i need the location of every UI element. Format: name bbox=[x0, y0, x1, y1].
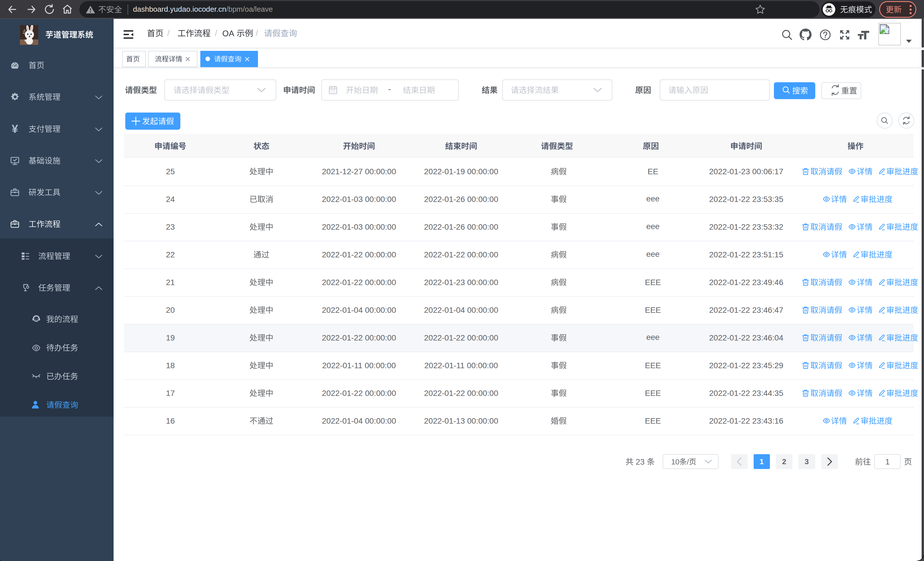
svg-text:2022-01-04 00:00:00: 2022-01-04 00:00:00 bbox=[322, 305, 396, 314]
svg-text:2022-01-03 00:00:00: 2022-01-03 00:00:00 bbox=[322, 195, 396, 204]
svg-text:eee: eee bbox=[646, 333, 660, 341]
svg-text:2022-01-23 00:06:17: 2022-01-23 00:06:17 bbox=[709, 167, 783, 176]
svg-text:eee: eee bbox=[646, 194, 660, 203]
svg-text:eee: eee bbox=[646, 222, 660, 231]
svg-text:24: 24 bbox=[166, 195, 175, 204]
svg-text:2021-12-27 00:00:00: 2021-12-27 00:00:00 bbox=[322, 167, 396, 176]
svg-text:2022-01-22 00:00:00: 2022-01-22 00:00:00 bbox=[424, 250, 498, 259]
svg-text:19: 19 bbox=[166, 333, 175, 342]
svg-text:18: 18 bbox=[166, 361, 175, 370]
svg-text:2022-01-22 23:51:15: 2022-01-22 23:51:15 bbox=[709, 250, 783, 259]
svg-text:2022-01-13 00:00:00: 2022-01-13 00:00:00 bbox=[424, 417, 498, 425]
svg-text:EEE: EEE bbox=[645, 417, 661, 425]
svg-text:EE: EE bbox=[648, 167, 658, 176]
svg-text:2022-01-22 00:00:00: 2022-01-22 00:00:00 bbox=[322, 250, 396, 259]
svg-text:2022-01-22 23:45:29: 2022-01-22 23:45:29 bbox=[709, 361, 783, 370]
svg-text:2022-01-22 23:43:16: 2022-01-22 23:43:16 bbox=[709, 417, 783, 425]
svg-text:2022-01-19 00:00:00: 2022-01-19 00:00:00 bbox=[424, 167, 498, 176]
svg-text:23: 23 bbox=[166, 223, 175, 232]
svg-text:22: 22 bbox=[166, 250, 175, 259]
svg-text:2022-01-22 00:00:00: 2022-01-22 00:00:00 bbox=[322, 389, 396, 398]
svg-text:3: 3 bbox=[805, 457, 809, 466]
svg-text:2022-01-11 00:00:00: 2022-01-11 00:00:00 bbox=[424, 361, 498, 370]
svg-text:/: / bbox=[167, 28, 170, 38]
svg-text:EEE: EEE bbox=[645, 389, 661, 398]
svg-text:2022-01-22 00:00:00: 2022-01-22 00:00:00 bbox=[424, 333, 498, 342]
svg-text:-: - bbox=[388, 84, 391, 94]
svg-text:16: 16 bbox=[166, 417, 175, 425]
svg-text:2022-01-23 00:00:00: 2022-01-23 00:00:00 bbox=[424, 278, 498, 287]
svg-text:2022-01-04 00:00:00: 2022-01-04 00:00:00 bbox=[322, 417, 396, 425]
svg-text:17: 17 bbox=[166, 389, 175, 398]
svg-text:2022-01-22 23:44:35: 2022-01-22 23:44:35 bbox=[709, 389, 783, 398]
svg-text:eee: eee bbox=[646, 250, 660, 259]
svg-text:2022-01-11 00:00:00: 2022-01-11 00:00:00 bbox=[322, 361, 396, 370]
svg-text:2022-01-22 23:53:35: 2022-01-22 23:53:35 bbox=[709, 195, 783, 204]
svg-text:2022-01-22 23:53:32: 2022-01-22 23:53:32 bbox=[709, 223, 783, 232]
svg-text:2022-01-22 23:46:47: 2022-01-22 23:46:47 bbox=[709, 305, 783, 314]
svg-text:dashboard.yudao.iocoder.cn/bpm: dashboard.yudao.iocoder.cn/bpm/oa/leave bbox=[133, 5, 273, 14]
svg-text:2022-01-22 00:00:00: 2022-01-22 00:00:00 bbox=[322, 278, 396, 287]
svg-text:2022-01-22 00:00:00: 2022-01-22 00:00:00 bbox=[322, 333, 396, 342]
svg-text:21: 21 bbox=[166, 278, 175, 287]
svg-text:EEE: EEE bbox=[645, 305, 661, 314]
svg-text:2022-01-04 00:00:00: 2022-01-04 00:00:00 bbox=[424, 305, 498, 314]
svg-text:2022-01-26 00:00:00: 2022-01-26 00:00:00 bbox=[424, 195, 498, 204]
svg-text:/: / bbox=[256, 28, 258, 38]
svg-text:EEE: EEE bbox=[645, 278, 661, 287]
svg-text:2022-01-22 23:46:04: 2022-01-22 23:46:04 bbox=[709, 333, 783, 342]
svg-text:1: 1 bbox=[760, 457, 764, 466]
svg-text:20: 20 bbox=[166, 305, 175, 314]
svg-text:2022-01-03 00:00:00: 2022-01-03 00:00:00 bbox=[322, 223, 396, 232]
svg-text:2022-01-26 00:00:00: 2022-01-26 00:00:00 bbox=[424, 223, 498, 232]
svg-text:2022-01-22 00:00:00: 2022-01-22 00:00:00 bbox=[424, 389, 498, 398]
svg-text:EEE: EEE bbox=[645, 361, 661, 370]
svg-text:2: 2 bbox=[782, 457, 786, 466]
svg-text:1: 1 bbox=[885, 457, 890, 466]
svg-text:25: 25 bbox=[166, 167, 175, 176]
svg-text:¥: ¥ bbox=[12, 123, 18, 135]
svg-text:/: / bbox=[215, 28, 218, 38]
svg-text:2022-01-22 23:49:46: 2022-01-22 23:49:46 bbox=[709, 278, 783, 287]
